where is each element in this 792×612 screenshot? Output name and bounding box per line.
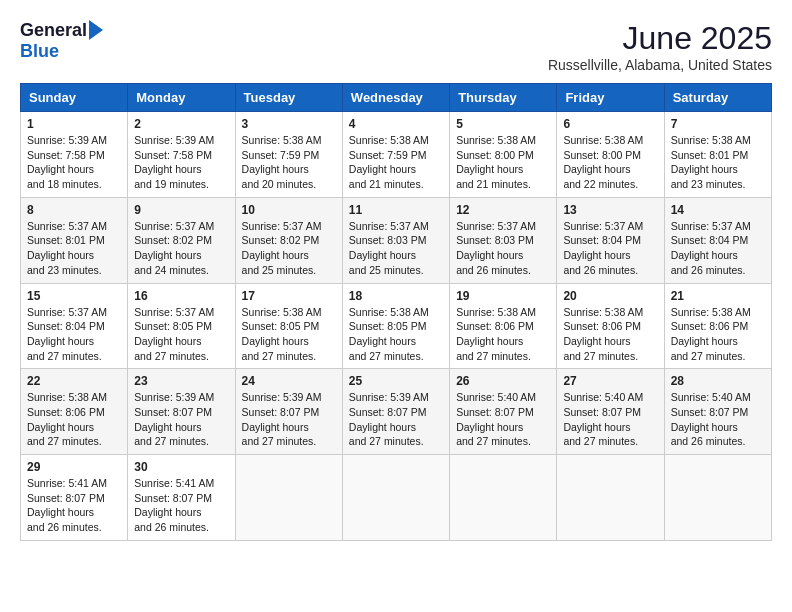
day-number: 10 — [242, 203, 336, 217]
day-number: 28 — [671, 374, 765, 388]
day-cell-11: 11 Sunrise: 5:37 AM Sunset: 8:03 PM Dayl… — [342, 197, 449, 283]
header-saturday: Saturday — [664, 84, 771, 112]
day-info: Sunrise: 5:37 AM Sunset: 8:04 PM Dayligh… — [563, 219, 657, 278]
day-info: Sunrise: 5:40 AM Sunset: 8:07 PM Dayligh… — [563, 390, 657, 449]
day-cell-4: 4 Sunrise: 5:38 AM Sunset: 7:59 PM Dayli… — [342, 112, 449, 198]
day-info: Sunrise: 5:40 AM Sunset: 8:07 PM Dayligh… — [671, 390, 765, 449]
day-info: Sunrise: 5:38 AM Sunset: 8:06 PM Dayligh… — [563, 305, 657, 364]
empty-cell — [342, 455, 449, 541]
day-number: 14 — [671, 203, 765, 217]
day-cell-14: 14 Sunrise: 5:37 AM Sunset: 8:04 PM Dayl… — [664, 197, 771, 283]
day-info: Sunrise: 5:38 AM Sunset: 7:59 PM Dayligh… — [242, 133, 336, 192]
day-cell-28: 28 Sunrise: 5:40 AM Sunset: 8:07 PM Dayl… — [664, 369, 771, 455]
calendar-row-4: 22 Sunrise: 5:38 AM Sunset: 8:06 PM Dayl… — [21, 369, 772, 455]
day-info: Sunrise: 5:38 AM Sunset: 8:06 PM Dayligh… — [456, 305, 550, 364]
day-number: 1 — [27, 117, 121, 131]
day-number: 21 — [671, 289, 765, 303]
day-number: 19 — [456, 289, 550, 303]
month-title: June 2025 — [548, 20, 772, 57]
day-info: Sunrise: 5:38 AM Sunset: 8:06 PM Dayligh… — [671, 305, 765, 364]
day-cell-3: 3 Sunrise: 5:38 AM Sunset: 7:59 PM Dayli… — [235, 112, 342, 198]
day-cell-21: 21 Sunrise: 5:38 AM Sunset: 8:06 PM Dayl… — [664, 283, 771, 369]
day-number: 16 — [134, 289, 228, 303]
page-header: General Blue June 2025 Russellville, Ala… — [20, 20, 772, 73]
day-info: Sunrise: 5:38 AM Sunset: 7:59 PM Dayligh… — [349, 133, 443, 192]
day-number: 27 — [563, 374, 657, 388]
day-cell-27: 27 Sunrise: 5:40 AM Sunset: 8:07 PM Dayl… — [557, 369, 664, 455]
logo-arrow-icon — [89, 20, 103, 40]
empty-cell — [235, 455, 342, 541]
day-info: Sunrise: 5:40 AM Sunset: 8:07 PM Dayligh… — [456, 390, 550, 449]
logo: General Blue — [20, 20, 103, 62]
day-info: Sunrise: 5:38 AM Sunset: 8:06 PM Dayligh… — [27, 390, 121, 449]
day-cell-8: 8 Sunrise: 5:37 AM Sunset: 8:01 PM Dayli… — [21, 197, 128, 283]
day-cell-30: 30 Sunrise: 5:41 AM Sunset: 8:07 PM Dayl… — [128, 455, 235, 541]
day-cell-22: 22 Sunrise: 5:38 AM Sunset: 8:06 PM Dayl… — [21, 369, 128, 455]
day-info: Sunrise: 5:37 AM Sunset: 8:02 PM Dayligh… — [134, 219, 228, 278]
header-wednesday: Wednesday — [342, 84, 449, 112]
day-number: 9 — [134, 203, 228, 217]
day-info: Sunrise: 5:38 AM Sunset: 8:00 PM Dayligh… — [456, 133, 550, 192]
day-info: Sunrise: 5:41 AM Sunset: 8:07 PM Dayligh… — [134, 476, 228, 535]
day-number: 11 — [349, 203, 443, 217]
day-number: 3 — [242, 117, 336, 131]
day-cell-17: 17 Sunrise: 5:38 AM Sunset: 8:05 PM Dayl… — [235, 283, 342, 369]
day-info: Sunrise: 5:37 AM Sunset: 8:03 PM Dayligh… — [456, 219, 550, 278]
calendar-table: Sunday Monday Tuesday Wednesday Thursday… — [20, 83, 772, 541]
day-cell-12: 12 Sunrise: 5:37 AM Sunset: 8:03 PM Dayl… — [450, 197, 557, 283]
header-monday: Monday — [128, 84, 235, 112]
day-cell-10: 10 Sunrise: 5:37 AM Sunset: 8:02 PM Dayl… — [235, 197, 342, 283]
day-cell-13: 13 Sunrise: 5:37 AM Sunset: 8:04 PM Dayl… — [557, 197, 664, 283]
day-number: 26 — [456, 374, 550, 388]
day-cell-15: 15 Sunrise: 5:37 AM Sunset: 8:04 PM Dayl… — [21, 283, 128, 369]
day-number: 30 — [134, 460, 228, 474]
day-cell-23: 23 Sunrise: 5:39 AM Sunset: 8:07 PM Dayl… — [128, 369, 235, 455]
day-cell-26: 26 Sunrise: 5:40 AM Sunset: 8:07 PM Dayl… — [450, 369, 557, 455]
day-number: 25 — [349, 374, 443, 388]
location-text: Russellville, Alabama, United States — [548, 57, 772, 73]
day-info: Sunrise: 5:37 AM Sunset: 8:04 PM Dayligh… — [27, 305, 121, 364]
day-cell-7: 7 Sunrise: 5:38 AM Sunset: 8:01 PM Dayli… — [664, 112, 771, 198]
day-info: Sunrise: 5:39 AM Sunset: 8:07 PM Dayligh… — [242, 390, 336, 449]
calendar-row-3: 15 Sunrise: 5:37 AM Sunset: 8:04 PM Dayl… — [21, 283, 772, 369]
day-number: 29 — [27, 460, 121, 474]
day-info: Sunrise: 5:38 AM Sunset: 8:01 PM Dayligh… — [671, 133, 765, 192]
day-cell-19: 19 Sunrise: 5:38 AM Sunset: 8:06 PM Dayl… — [450, 283, 557, 369]
day-info: Sunrise: 5:37 AM Sunset: 8:02 PM Dayligh… — [242, 219, 336, 278]
day-info: Sunrise: 5:37 AM Sunset: 8:03 PM Dayligh… — [349, 219, 443, 278]
empty-cell — [450, 455, 557, 541]
day-info: Sunrise: 5:39 AM Sunset: 8:07 PM Dayligh… — [134, 390, 228, 449]
day-number: 6 — [563, 117, 657, 131]
day-number: 22 — [27, 374, 121, 388]
day-cell-20: 20 Sunrise: 5:38 AM Sunset: 8:06 PM Dayl… — [557, 283, 664, 369]
day-cell-9: 9 Sunrise: 5:37 AM Sunset: 8:02 PM Dayli… — [128, 197, 235, 283]
header-tuesday: Tuesday — [235, 84, 342, 112]
day-number: 4 — [349, 117, 443, 131]
day-number: 24 — [242, 374, 336, 388]
day-number: 15 — [27, 289, 121, 303]
day-cell-1: 1 Sunrise: 5:39 AM Sunset: 7:58 PM Dayli… — [21, 112, 128, 198]
day-number: 12 — [456, 203, 550, 217]
day-info: Sunrise: 5:38 AM Sunset: 8:05 PM Dayligh… — [242, 305, 336, 364]
day-number: 8 — [27, 203, 121, 217]
day-info: Sunrise: 5:37 AM Sunset: 8:05 PM Dayligh… — [134, 305, 228, 364]
day-cell-29: 29 Sunrise: 5:41 AM Sunset: 8:07 PM Dayl… — [21, 455, 128, 541]
logo-general-text: General — [20, 20, 87, 41]
day-number: 13 — [563, 203, 657, 217]
day-info: Sunrise: 5:39 AM Sunset: 7:58 PM Dayligh… — [134, 133, 228, 192]
day-info: Sunrise: 5:38 AM Sunset: 8:05 PM Dayligh… — [349, 305, 443, 364]
day-number: 17 — [242, 289, 336, 303]
day-cell-5: 5 Sunrise: 5:38 AM Sunset: 8:00 PM Dayli… — [450, 112, 557, 198]
header-thursday: Thursday — [450, 84, 557, 112]
logo-blue-text: Blue — [20, 41, 59, 62]
header-friday: Friday — [557, 84, 664, 112]
day-info: Sunrise: 5:39 AM Sunset: 8:07 PM Dayligh… — [349, 390, 443, 449]
day-info: Sunrise: 5:38 AM Sunset: 8:00 PM Dayligh… — [563, 133, 657, 192]
day-number: 18 — [349, 289, 443, 303]
day-cell-25: 25 Sunrise: 5:39 AM Sunset: 8:07 PM Dayl… — [342, 369, 449, 455]
day-cell-6: 6 Sunrise: 5:38 AM Sunset: 8:00 PM Dayli… — [557, 112, 664, 198]
header-sunday: Sunday — [21, 84, 128, 112]
day-info: Sunrise: 5:37 AM Sunset: 8:04 PM Dayligh… — [671, 219, 765, 278]
day-info: Sunrise: 5:37 AM Sunset: 8:01 PM Dayligh… — [27, 219, 121, 278]
title-area: June 2025 Russellville, Alabama, United … — [548, 20, 772, 73]
